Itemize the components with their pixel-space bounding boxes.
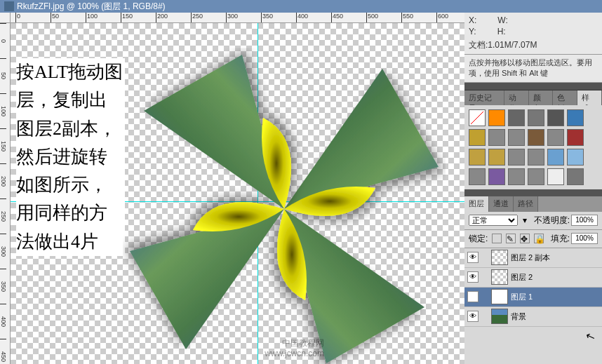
style-swatch[interactable] xyxy=(508,168,525,185)
lock-all-icon[interactable]: 🔒 xyxy=(534,234,544,243)
tab-paths[interactable]: 路径 xyxy=(514,196,538,212)
instruction-text: 按ALT拖动图层，复制出图层2副本，然后进旋转如图所示，用同样的方法做出4片 xyxy=(16,58,125,256)
document-title-bar: RkufzZFl.jpg @ 100% (图层 1, RGB/8#) xyxy=(0,0,602,13)
style-swatch[interactable] xyxy=(528,168,544,185)
title-layer-info: (图层 1, RGB/8#) xyxy=(101,1,165,13)
layer-thumbnail[interactable] xyxy=(491,309,508,324)
ruler-vertical[interactable]: 050100150200250300350400450 xyxy=(0,23,11,364)
document-icon xyxy=(4,1,14,11)
layer-row[interactable]: 👁图层 2 xyxy=(464,268,602,288)
fill-label: 填充: xyxy=(551,233,570,245)
style-swatch[interactable] xyxy=(469,168,486,185)
style-swatch[interactable] xyxy=(469,109,486,126)
style-swatch[interactable] xyxy=(547,129,564,146)
svg-line-0 xyxy=(471,112,483,124)
layer-name: 图层 2 xyxy=(511,272,533,283)
canvas-area[interactable]: 050100150200250300350400450500550600650 … xyxy=(0,13,464,364)
style-swatch[interactable] xyxy=(567,149,584,166)
style-swatch[interactable] xyxy=(528,109,544,126)
tab-layers[interactable]: 图层 xyxy=(464,196,489,212)
style-swatch[interactable] xyxy=(547,168,564,185)
layer-thumbnail[interactable] xyxy=(491,250,508,265)
layer-thumbnail[interactable] xyxy=(491,289,508,304)
ruler-horizontal[interactable]: 050100150200250300350400450500550600650 xyxy=(11,13,464,23)
style-swatch[interactable] xyxy=(488,109,505,126)
lock-transparency-icon[interactable] xyxy=(492,234,502,243)
layer-row[interactable]: 👁背景 xyxy=(464,307,602,327)
watermark: 中国教程网www.jcwcn.com xyxy=(265,338,324,358)
tool-hint: 点按并拖移以移动图层或选区。要用项，使用 Shift 和 Alt 键 xyxy=(464,55,602,83)
info-panel: X: W: Y: H: 文档:1.01M/7.07M xyxy=(464,13,602,55)
layer-thumbnail[interactable] xyxy=(491,269,508,285)
layer-name: 图层 2 副本 xyxy=(511,252,550,263)
layer-name: 图层 1 xyxy=(511,292,533,302)
style-swatch[interactable] xyxy=(488,149,505,166)
style-swatch[interactable] xyxy=(508,109,525,126)
tab-swatches[interactable]: 色板 xyxy=(553,90,577,105)
title-zoom: 100% xyxy=(77,1,99,11)
lock-pixels-icon[interactable]: ✎ xyxy=(506,234,516,243)
opacity-label: 不透明度: xyxy=(534,215,570,227)
visibility-toggle-icon[interactable]: 👁 xyxy=(467,311,479,322)
style-swatch[interactable] xyxy=(469,129,486,146)
lock-label: 锁定: xyxy=(469,233,488,245)
style-swatch[interactable] xyxy=(547,109,564,126)
tab-history[interactable]: 历史记录 xyxy=(464,90,504,105)
visibility-toggle-icon[interactable]: 👁 xyxy=(467,271,479,283)
style-swatch[interactable] xyxy=(567,109,584,126)
styles-panel xyxy=(464,105,602,189)
tab-actions[interactable]: 动作 xyxy=(504,90,529,105)
panels-column: X: W: Y: H: 文档:1.01M/7.07M 点按并拖移以移动图层或选区… xyxy=(464,13,602,364)
lock-position-icon[interactable]: ✥ xyxy=(520,234,530,243)
blend-mode-select[interactable]: 正常 xyxy=(469,215,518,226)
tab-styles[interactable]: 样式 xyxy=(577,90,602,105)
canvas[interactable]: 按ALT拖动图层，复制出图层2副本，然后进旋转如图所示，用同样的方法做出4片 xyxy=(11,23,464,364)
layer-name: 背景 xyxy=(511,311,526,322)
pinwheel-artwork xyxy=(123,48,446,364)
doc-size: 1.01M/7.07M xyxy=(488,40,537,50)
layer-row[interactable]: 👁图层 1 xyxy=(464,288,602,307)
title-filename: RkufzZFl.jpg xyxy=(17,1,64,11)
style-swatch[interactable] xyxy=(567,168,584,185)
style-swatch[interactable] xyxy=(547,149,564,166)
style-swatch[interactable] xyxy=(528,149,544,166)
tab-color[interactable]: 颜色 xyxy=(529,90,554,105)
style-swatch[interactable] xyxy=(528,129,544,146)
style-swatch[interactable] xyxy=(488,129,505,146)
layers-panel: 图层 通道 路径 正常 ▾ 不透明度: 100% 锁定: ✎ ✥ 🔒 填充: xyxy=(464,196,602,364)
ruler-origin[interactable] xyxy=(0,13,11,23)
fill-value[interactable]: 100% xyxy=(571,233,598,244)
style-swatch[interactable] xyxy=(508,129,525,146)
style-swatch[interactable] xyxy=(567,129,584,146)
style-swatch[interactable] xyxy=(469,149,486,166)
styles-panel-tabs: 历史记录 动作 颜色 色板 样式 xyxy=(464,90,602,105)
visibility-toggle-icon[interactable]: 👁 xyxy=(467,252,479,263)
layer-row[interactable]: 👁图层 2 副本 xyxy=(464,248,602,268)
style-swatch[interactable] xyxy=(508,149,525,166)
visibility-toggle-icon[interactable]: 👁 xyxy=(467,291,479,302)
opacity-value[interactable]: 100% xyxy=(571,215,598,226)
style-swatch[interactable] xyxy=(488,168,505,185)
tab-channels[interactable]: 通道 xyxy=(489,196,514,212)
